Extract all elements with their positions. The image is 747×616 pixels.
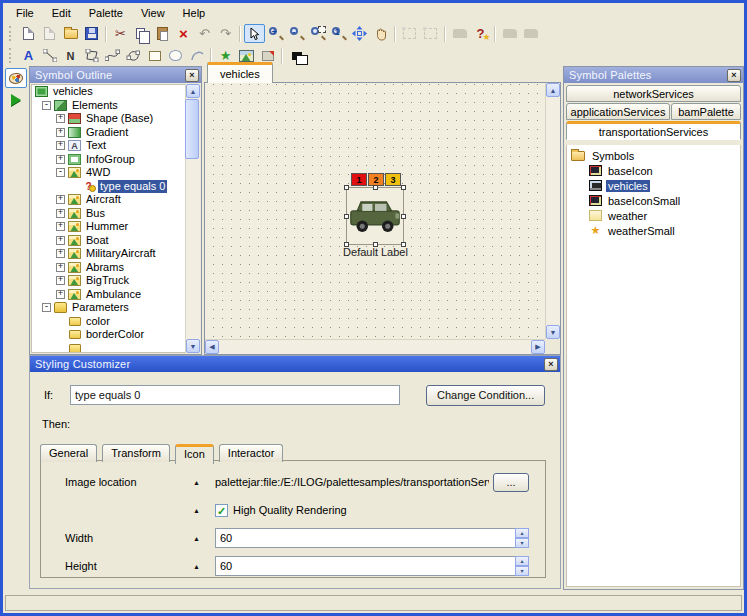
zoom-out-button[interactable]: - <box>286 24 307 43</box>
paste-button[interactable] <box>152 24 173 43</box>
expand-icon[interactable]: + <box>56 222 65 231</box>
scroll-thumb[interactable] <box>185 99 199 159</box>
scroll-down-icon[interactable]: ▼ <box>546 325 560 339</box>
tree-item-hummer[interactable]: + Hummer <box>32 220 199 234</box>
tree-item-parameters[interactable]: - Parameters <box>32 301 199 315</box>
tree-item-partial[interactable] <box>32 342 199 354</box>
collapse-icon[interactable]: - <box>42 303 51 312</box>
width-input[interactable] <box>215 528 515 548</box>
redo-button[interactable]: ↷ <box>215 24 236 43</box>
tab-vehicles[interactable]: vehicles <box>207 62 273 83</box>
fit-to-contents-button[interactable] <box>349 24 370 43</box>
open-button[interactable] <box>60 24 81 43</box>
scroll-left-icon[interactable]: ◀ <box>205 340 219 354</box>
tree-item-4wd[interactable]: - 4WD <box>32 166 199 180</box>
state-badge-1[interactable]: 1 <box>351 173 367 186</box>
tree-item-gradient[interactable]: + Gradient <box>32 126 199 140</box>
high-quality-checkbox[interactable]: ✓ <box>215 504 228 517</box>
tree-item-text[interactable]: + A Text <box>32 139 199 153</box>
line-tool-button[interactable] <box>39 46 60 65</box>
expand-marker-icon[interactable]: ▲ <box>193 479 215 486</box>
tree-item-bigtruck[interactable]: + BigTruck <box>32 274 199 288</box>
expand-icon[interactable]: + <box>56 236 65 245</box>
palette-item-vehicles[interactable]: vehicles <box>567 178 740 193</box>
expand-icon[interactable]: + <box>56 114 65 123</box>
symbol-wizard-button[interactable]: ?★ <box>470 24 491 43</box>
rectangle-tool-button[interactable] <box>144 46 165 65</box>
tab-bampalette[interactable]: bamPalette <box>671 103 741 120</box>
polygon-tool-button[interactable] <box>81 46 102 65</box>
resize-handle[interactable] <box>373 185 378 190</box>
tree-item-elements[interactable]: - Elements <box>32 99 199 113</box>
condition-field[interactable] <box>70 385 400 405</box>
palette-item-weathersmall[interactable]: ★ weatherSmall <box>567 223 740 238</box>
expand-icon[interactable]: + <box>56 276 65 285</box>
tab-general[interactable]: General <box>40 444 97 462</box>
expand-icon[interactable]: + <box>56 209 65 218</box>
tab-interactor[interactable]: Interactor <box>219 444 283 462</box>
state-badge-3[interactable]: 3 <box>385 173 401 186</box>
expand-icon[interactable]: + <box>56 195 65 204</box>
change-condition-button[interactable]: Change Condition... <box>426 385 545 406</box>
collapse-icon[interactable]: - <box>42 101 51 110</box>
close-icon[interactable]: × <box>727 69 741 82</box>
delete-button[interactable]: × <box>173 24 194 43</box>
toolbar-grip[interactable] <box>9 26 13 41</box>
expand-marker-icon[interactable]: ▲ <box>193 507 215 514</box>
selected-symbol[interactable] <box>346 187 404 245</box>
menu-palette[interactable]: Palette <box>80 5 132 21</box>
select-area-2-button[interactable] <box>420 24 441 43</box>
tree-item-infogroup[interactable]: + InfoGroup <box>32 153 199 167</box>
resize-handle[interactable] <box>344 185 349 190</box>
palette-mode-button[interactable] <box>5 68 27 88</box>
browse-button[interactable]: ... <box>493 473 529 492</box>
toolbar-grip[interactable] <box>9 48 13 63</box>
closed-spline-tool-button[interactable] <box>123 46 144 65</box>
group-button[interactable] <box>449 24 470 43</box>
menu-file[interactable]: File <box>7 5 43 21</box>
scroll-up-icon[interactable]: ▲ <box>186 84 200 98</box>
save-button[interactable] <box>81 24 102 43</box>
spin-up-icon[interactable]: ▴ <box>515 556 529 566</box>
outline-scrollbar[interactable]: ▲ ▼ <box>185 84 200 353</box>
tree-item-condition[interactable]: ? type equals 0 <box>32 180 199 194</box>
tree-item-abrams[interactable]: + Abrams <box>32 261 199 275</box>
zoom-actual-button[interactable]: 1 <box>328 24 349 43</box>
spline-tool-button[interactable] <box>102 46 123 65</box>
scroll-up-icon[interactable]: ▲ <box>546 83 560 97</box>
spin-down-icon[interactable]: ▾ <box>515 538 529 548</box>
scroll-right-icon[interactable]: ▶ <box>531 340 545 354</box>
palette-item-baseiconsmall[interactable]: baseIconSmall <box>567 193 740 208</box>
tree-item-bordercolor[interactable]: borderColor <box>32 328 199 342</box>
tab-applicationservices[interactable]: applicationServices <box>566 103 670 120</box>
palette-item-symbols[interactable]: Symbols <box>567 148 740 163</box>
canvas-horizontal-scrollbar[interactable]: ◀ ▶ <box>205 339 545 354</box>
menu-edit[interactable]: Edit <box>43 5 80 21</box>
bring-to-front-button[interactable] <box>520 24 541 43</box>
menu-help[interactable]: Help <box>174 5 215 21</box>
canvas-vertical-scrollbar[interactable]: ▲ ▼ <box>545 83 560 339</box>
expand-icon[interactable]: + <box>56 155 65 164</box>
tab-networkservices[interactable]: networkServices <box>566 85 741 102</box>
palette-item-baseicon[interactable]: baseIcon <box>567 163 740 178</box>
tree-item-aircraft[interactable]: + Aircraft <box>32 193 199 207</box>
polyline-tool-button[interactable]: N <box>60 46 81 65</box>
tab-icon[interactable]: Icon <box>175 444 214 464</box>
tree-item-bus[interactable]: + Bus <box>32 207 199 221</box>
resize-handle[interactable] <box>344 214 349 219</box>
tree-item-color[interactable]: color <box>32 315 199 329</box>
expand-icon[interactable]: + <box>56 290 65 299</box>
scroll-down-icon[interactable]: ▼ <box>186 339 200 353</box>
resize-handle[interactable] <box>401 214 406 219</box>
copy-button[interactable] <box>131 24 152 43</box>
collapse-icon[interactable]: - <box>56 168 65 177</box>
tree-item-boat[interactable]: + Boat <box>32 234 199 248</box>
select-tool-button[interactable] <box>244 24 265 43</box>
tree-item-shape-base[interactable]: + Shape (Base) <box>32 112 199 126</box>
new-button[interactable] <box>18 24 39 43</box>
expand-icon[interactable]: + <box>56 249 65 258</box>
resize-handle[interactable] <box>401 185 406 190</box>
send-to-back-button[interactable] <box>499 24 520 43</box>
tree-item-vehicles[interactable]: vehicles <box>32 85 199 99</box>
spin-up-icon[interactable]: ▴ <box>515 528 529 538</box>
